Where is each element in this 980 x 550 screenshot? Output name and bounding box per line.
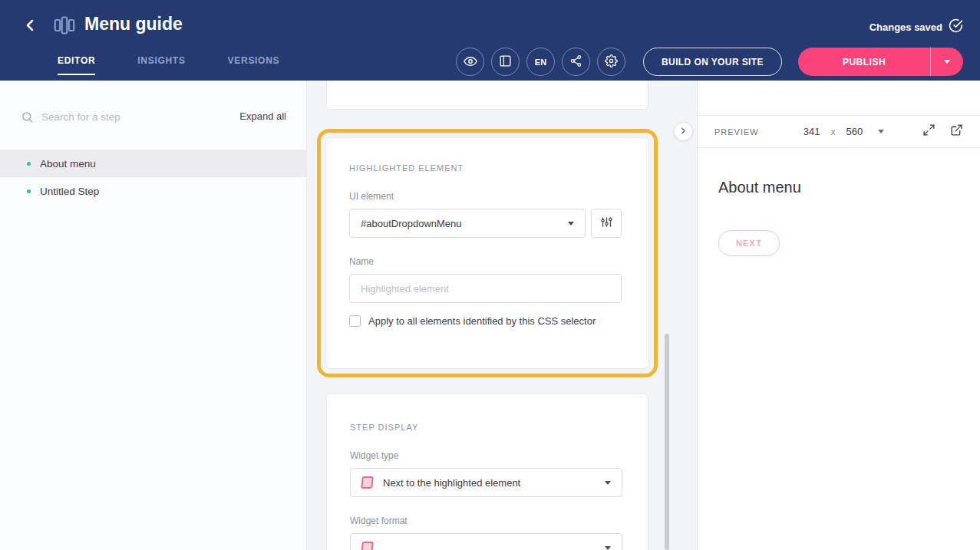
element-picker-button[interactable] [591,209,622,238]
top-header: Menu guide Changes saved EDITOR INSIGHTS… [0,0,980,81]
chevron-down-icon [605,546,611,550]
header-tabs: EDITOR INSIGHTS VERSIONS [58,55,279,75]
layout-icon [499,54,512,69]
preview-size-select[interactable]: 341 x 560 [803,126,884,137]
eye-icon [464,54,477,70]
step-item-about-menu[interactable]: About menu [0,150,306,177]
highlighted-element-card: HIGHLIGHTED ELEMENT UI element #aboutDro… [325,137,649,369]
step-item-label: Untitled Step [40,186,99,197]
page-title: Menu guide [84,14,183,35]
fullscreen-button[interactable] [922,124,935,140]
expand-all-link[interactable]: Expand all [239,110,286,122]
section-title-highlighted-element: HIGHLIGHTED ELEMENT [349,163,625,173]
publish-button[interactable]: PUBLISH [798,48,963,76]
back-button[interactable] [18,15,41,38]
name-label: Name [349,256,625,267]
collapse-panel-button[interactable] [674,122,693,141]
preview-eye-button[interactable] [456,48,484,76]
app-root: Menu guide Changes saved EDITOR INSIGHTS… [0,0,980,550]
chevron-left-icon [21,16,39,38]
chevron-right-icon [678,125,688,139]
guide-type-icon [53,15,76,39]
ui-element-select-value: #aboutDropdownMenu [361,218,462,229]
preview-canvas: About menu NEXT [698,148,980,287]
widget-type-select[interactable]: Next to the highlighted element [350,468,622,497]
check-circle-icon [949,18,963,35]
open-in-new-tab-button[interactable] [950,124,963,140]
chevron-down-icon [944,60,950,64]
tab-versions[interactable]: VERSIONS [228,55,280,75]
apply-to-all-row: Apply to all elements identified by this… [349,315,625,327]
settings-button[interactable] [597,48,625,76]
content-scrollbar[interactable] [665,334,669,550]
share-icon [569,54,582,69]
step-status-dot [27,189,31,193]
widget-type-value: Next to the highlighted element [383,477,595,489]
ui-element-select[interactable]: #aboutDropdownMenu [349,209,586,238]
sliders-icon [600,216,613,232]
tab-editor[interactable]: EDITOR [58,55,95,75]
chevron-down-icon [878,130,884,133]
build-on-your-site-button[interactable]: BUILD ON YOUR SITE [643,48,782,76]
changes-saved-label: Changes saved [869,21,942,33]
apply-to-all-checkbox[interactable] [349,315,361,327]
share-button[interactable] [562,48,590,76]
search-icon [21,110,34,127]
step-status-dot [27,162,31,166]
header-actions: EN BUILD ON YOUR SITE PUBLISH [456,48,963,76]
widget-type-label: Widget type [350,450,625,461]
publish-button-label[interactable]: PUBLISH [798,48,930,76]
layout-button[interactable] [491,48,520,76]
step-item-untitled-step[interactable]: Untitled Step [0,177,306,205]
preview-height-value: 560 [846,126,863,137]
apply-to-all-label: Apply to all elements identified by this… [368,315,596,327]
preview-step-title: About menu [718,179,959,196]
tab-insights[interactable]: INSIGHTS [137,55,185,75]
chevron-down-icon [605,481,611,485]
ui-element-label: UI element [349,191,625,202]
external-link-icon [950,124,963,137]
widget-type-icon [361,476,374,489]
highlighted-element-name-input[interactable] [349,274,622,303]
publish-dropdown-button[interactable] [930,48,963,76]
chevron-down-icon [568,222,574,226]
section-title-step-display: STEP DISPLAY [350,423,625,432]
preview-header: PREVIEW 341 x 560 [698,115,980,148]
gear-icon [605,54,618,69]
highlighted-element-selection-ring: HIGHLIGHTED ELEMENT UI element #aboutDro… [317,129,658,377]
preview-next-button[interactable]: NEXT [718,230,780,256]
search-input[interactable] [40,106,205,127]
widget-format-label: Widget format [350,515,625,526]
preview-width-value: 341 [803,126,820,137]
step-display-card: STEP DISPLAY Widget type Next to the hig… [326,394,648,550]
changes-saved-status: Changes saved [869,18,963,35]
step-item-label: About menu [40,158,96,170]
widget-format-icon [361,542,374,550]
preview-size-separator: x [830,127,835,137]
preview-label: PREVIEW [714,127,759,137]
steps-sidebar: Expand all About menu Untitled Step [0,81,307,550]
widget-format-select[interactable] [350,533,622,550]
language-button[interactable]: EN [526,48,555,76]
preview-header-actions [922,124,963,140]
ui-element-row: #aboutDropdownMenu [349,209,625,238]
maximize-icon [922,124,935,137]
step-list: About menu Untitled Step [0,150,306,205]
preview-panel: PREVIEW 341 x 560 About menu NEXT [697,81,980,550]
